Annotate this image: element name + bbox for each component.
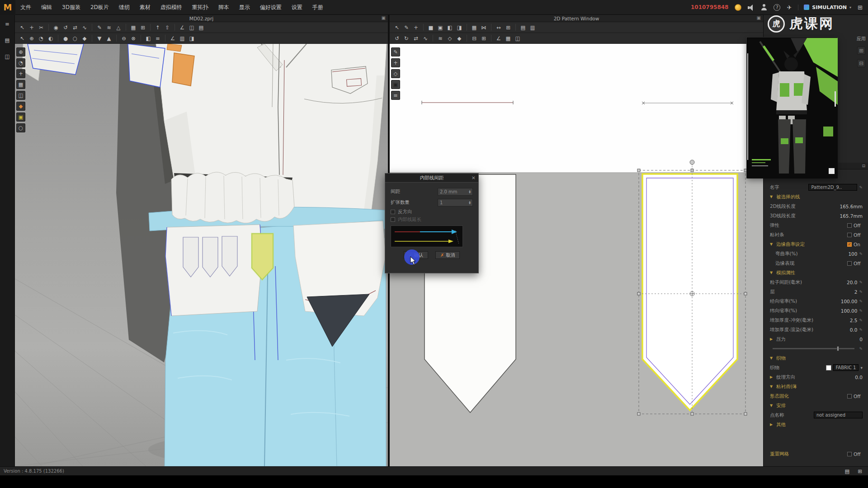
- remesh[interactable]: 重置网格Off: [764, 449, 868, 459]
- extend-line-option[interactable]: 内部线延长: [391, 216, 473, 223]
- edit-icon[interactable]: ✎: [859, 280, 863, 285]
- collapse-arrow-icon[interactable]: ▼: [770, 404, 774, 408]
- collapse-arrow-icon[interactable]: ▼: [770, 356, 774, 360]
- edit-icon[interactable]: ✎: [859, 252, 863, 256]
- section-fuse[interactable]: ▼粘衬/削薄: [764, 382, 868, 391]
- angle3-icon[interactable]: ∠: [494, 34, 503, 43]
- pouch-flaps[interactable]: [183, 236, 237, 277]
- library-icon[interactable]: ≡: [3, 19, 12, 28]
- move-icon[interactable]: +: [27, 23, 36, 32]
- board2-icon[interactable]: ⊞: [504, 23, 513, 32]
- show-tool-icon[interactable]: ○: [16, 123, 25, 132]
- menu-item-10[interactable]: 偏好设置: [255, 0, 287, 14]
- avatar-tool-icon[interactable]: ◫: [16, 91, 25, 100]
- rotation-handle[interactable]: [690, 160, 694, 164]
- grid2-icon[interactable]: ▦: [504, 34, 513, 43]
- menu-item-2[interactable]: 3D服装: [57, 0, 85, 14]
- edit-icon[interactable]: ✎: [859, 309, 863, 313]
- cancel-button[interactable]: ✗ 取消: [435, 251, 460, 259]
- snap-tool-icon[interactable]: ▦: [16, 80, 25, 89]
- person-icon[interactable]: [761, 4, 767, 10]
- up-icon[interactable]: ▲: [104, 34, 113, 43]
- elastic-icon[interactable]: ≋: [104, 23, 113, 32]
- menu-item-0[interactable]: 文件: [15, 0, 36, 14]
- pin-tool-icon[interactable]: ▣: [16, 113, 25, 122]
- merge-icon[interactable]: ⊗: [129, 34, 138, 43]
- width-icon[interactable]: ↔: [494, 23, 503, 32]
- internal-line-tool-icon[interactable]: ▣: [391, 80, 400, 89]
- sewing-icon[interactable]: ∿: [80, 23, 89, 32]
- half-left-icon[interactable]: ◧: [445, 23, 454, 32]
- section-curvature-checkbox[interactable]: ✓: [847, 242, 852, 247]
- pressure[interactable]: ▶压力0: [764, 334, 868, 344]
- menu-item-9[interactable]: 显示: [234, 0, 255, 14]
- waist-ruffle[interactable]: [171, 172, 294, 223]
- menu-item-3[interactable]: 2D板片: [85, 0, 114, 14]
- dock-corner-icon[interactable]: ▣: [382, 15, 386, 20]
- remesh-checkbox[interactable]: [847, 452, 852, 456]
- collapse-arrow-icon[interactable]: ▼: [770, 195, 774, 199]
- swap2-icon[interactable]: ⇄: [411, 34, 420, 43]
- apply-label[interactable]: 应用: [857, 36, 866, 42]
- viewport-3d-canvas[interactable]: ⊕◔+▦◫◆▣○: [15, 44, 388, 466]
- collapse-arrow-icon[interactable]: ▼: [770, 385, 774, 389]
- pattern-2d-titlebar[interactable]: 2D Pattern Window ▣: [390, 15, 763, 22]
- fill-icon[interactable]: ■: [426, 23, 435, 32]
- spacing-input[interactable]: 2.0 mm ▲▼: [438, 188, 473, 196]
- app-logo[interactable]: M: [0, 0, 15, 15]
- menu-item-6[interactable]: 虚拟模特: [156, 0, 187, 14]
- pattern-name-value[interactable]: Pattern2D_9..: [808, 184, 857, 191]
- collapse-arrow-icon[interactable]: ▶: [770, 375, 774, 379]
- shade-icon[interactable]: ◐: [46, 34, 55, 43]
- fold-icon[interactable]: △: [114, 23, 123, 32]
- layers-icon[interactable]: ≡: [153, 34, 162, 43]
- edit-icon[interactable]: ✎: [859, 290, 863, 294]
- reset-arrange-icon[interactable]: ⇧: [163, 23, 172, 32]
- highlighted-pattern-piece[interactable]: [172, 53, 194, 86]
- menu-item-1[interactable]: 编辑: [36, 0, 57, 14]
- cloth-tool-icon[interactable]: ◆: [16, 102, 25, 111]
- scissors-icon[interactable]: ✂: [37, 23, 46, 32]
- edit-icon[interactable]: ✎: [859, 185, 863, 190]
- table-icon[interactable]: ▤: [197, 23, 206, 32]
- pen2d-icon[interactable]: ✎: [402, 23, 411, 32]
- lift-icon[interactable]: ↑: [153, 23, 162, 32]
- panel-icon[interactable]: ◫: [187, 23, 196, 32]
- pennant-pattern-selected[interactable]: [642, 174, 737, 410]
- user-id[interactable]: 1010795848: [691, 4, 729, 10]
- point-icon[interactable]: ●: [61, 34, 70, 43]
- fabric-select-value[interactable]: FABRIC 1: [833, 364, 859, 371]
- zoom-tool-icon[interactable]: ⊕: [16, 47, 25, 56]
- help-icon[interactable]: ?: [774, 4, 780, 11]
- select-icon[interactable]: ↖: [18, 23, 27, 32]
- dart-icon[interactable]: ◆: [455, 34, 464, 43]
- texture-direction[interactable]: ▶纹理方向0.0: [764, 372, 868, 382]
- reverse-checkbox[interactable]: [391, 210, 395, 214]
- spinner-icon[interactable]: ▲▼: [469, 201, 471, 205]
- pin-icon[interactable]: ◉: [52, 23, 61, 32]
- history-icon[interactable]: ◫: [3, 52, 12, 61]
- status-layout-icon[interactable]: ⊞: [855, 467, 864, 476]
- fusible-tape-checkbox[interactable]: [847, 233, 852, 237]
- edit-icon[interactable]: ✎: [859, 328, 863, 332]
- pen-icon[interactable]: ✎: [95, 23, 104, 32]
- dropdown-caret-icon[interactable]: ▾: [860, 366, 863, 370]
- section-simulation[interactable]: ▼模拟属性: [764, 268, 868, 277]
- menu-item-5[interactable]: 素材: [135, 0, 156, 14]
- reverse-direction-option[interactable]: 反方向: [391, 208, 473, 216]
- add-point-icon[interactable]: +: [391, 58, 400, 67]
- edit-pattern-icon[interactable]: ✎: [391, 47, 400, 56]
- orbit-icon[interactable]: ◔: [37, 34, 46, 43]
- object-browser-icon[interactable]: ▤: [3, 36, 12, 45]
- coin-icon[interactable]: [735, 4, 741, 11]
- angle-icon[interactable]: ∠: [178, 23, 187, 32]
- edge-display-checkbox[interactable]: [847, 261, 852, 266]
- project-tab[interactable]: MD02.zprj: [189, 16, 213, 21]
- orbit-tool-icon[interactable]: ◔: [16, 58, 25, 67]
- collapse-arrow-icon[interactable]: ▶: [770, 422, 774, 427]
- pattern-board-icon[interactable]: ⊞: [138, 23, 147, 32]
- arrangement-point-value[interactable]: not assigned: [814, 412, 863, 418]
- redo-icon[interactable]: ↻: [402, 34, 411, 43]
- collapse-arrow-icon[interactable]: ▶: [770, 337, 774, 341]
- half-icon[interactable]: ◧: [144, 34, 153, 43]
